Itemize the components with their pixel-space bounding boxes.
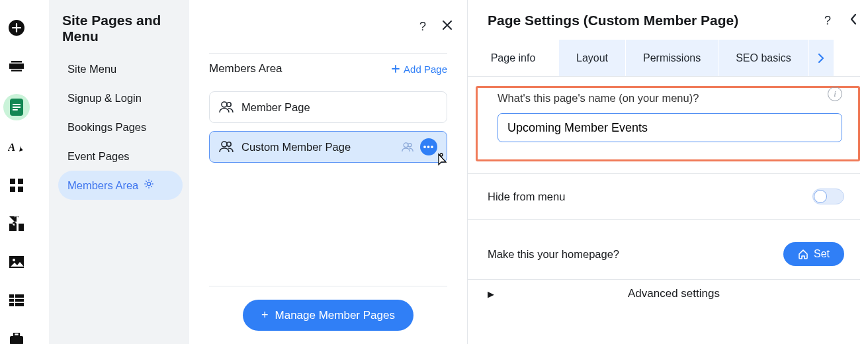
pagelist-heading: Members Area bbox=[209, 62, 282, 75]
tab-seo-basics[interactable]: SEO basics bbox=[718, 40, 809, 76]
settings-panel: Page Settings (Custom Member Page) ? Pag… bbox=[467, 0, 868, 344]
page-actions-button[interactable]: ••• bbox=[420, 138, 437, 155]
sidebar-item-members-area[interactable]: Members Area bbox=[58, 171, 183, 200]
table-icon[interactable] bbox=[7, 291, 26, 310]
help-icon[interactable]: ? bbox=[419, 20, 426, 34]
sidebar-item-label: Site Menu bbox=[67, 63, 116, 75]
business-icon[interactable] bbox=[7, 329, 26, 344]
sidebar-item-label: Signup & Login bbox=[67, 92, 142, 105]
sidebar-item-signup-login[interactable]: Signup & Login bbox=[58, 83, 183, 112]
svg-rect-2 bbox=[11, 61, 22, 63]
page-name-label: What's this page's name (on your menu)? bbox=[498, 92, 699, 105]
gear-icon bbox=[144, 179, 154, 192]
advanced-settings-row[interactable]: ▶ Advanced settings bbox=[468, 278, 860, 310]
homepage-label: Make this your homepage? bbox=[488, 248, 619, 261]
set-button-label: Set bbox=[814, 248, 830, 260]
svg-rect-3 bbox=[11, 70, 22, 72]
members-mini-icon bbox=[402, 142, 413, 152]
sections-icon[interactable] bbox=[7, 57, 26, 75]
settings-tabs: Page info Layout Permissions SEO basics bbox=[468, 40, 860, 77]
sidebar-item-label: Bookings Pages bbox=[67, 121, 146, 134]
add-icon[interactable] bbox=[7, 19, 26, 37]
expand-icon: ▶ bbox=[488, 289, 503, 299]
text-style-icon[interactable]: A bbox=[7, 138, 26, 156]
settings-title: Page Settings (Custom Member Page) bbox=[488, 13, 738, 28]
svg-rect-7 bbox=[10, 187, 15, 192]
tab-page-info[interactable]: Page info bbox=[468, 40, 559, 76]
svg-rect-11 bbox=[9, 294, 24, 306]
sidebar-title: Site Pages and Menu bbox=[62, 13, 189, 44]
sidebar-item-site-menu[interactable]: Site Menu bbox=[58, 54, 183, 83]
close-icon[interactable] bbox=[442, 20, 453, 34]
tab-layout[interactable]: Layout bbox=[559, 40, 626, 76]
sidebar-item-label: Members Area bbox=[67, 179, 138, 192]
pages-icon[interactable] bbox=[3, 94, 30, 120]
left-toolbar: A bbox=[0, 0, 33, 344]
svg-rect-1 bbox=[9, 64, 24, 69]
manage-member-pages-button[interactable]: + Manage Member Pages bbox=[243, 300, 413, 331]
sidebar-item-label: Event Pages bbox=[67, 150, 130, 163]
svg-point-17 bbox=[222, 102, 227, 107]
tab-label: Layout bbox=[576, 52, 608, 64]
page-card-label: Custom Member Page bbox=[241, 141, 351, 153]
svg-point-23 bbox=[440, 153, 443, 156]
set-homepage-button[interactable]: Set bbox=[783, 242, 844, 266]
tab-label: SEO basics bbox=[736, 52, 791, 64]
tab-label: Page info bbox=[491, 52, 536, 64]
add-page-label: Add Page bbox=[404, 64, 447, 75]
pagelist-panel: ? Members Area Add Page Member Page Cust… bbox=[189, 0, 467, 344]
hide-from-menu-label: Hide from menu bbox=[488, 191, 565, 203]
sidebar: Site Pages and Menu Site Menu Signup & L… bbox=[49, 0, 189, 344]
sidebar-item-events[interactable]: Event Pages bbox=[58, 142, 183, 171]
tab-permissions[interactable]: Permissions bbox=[626, 40, 718, 76]
page-card-label: Member Page bbox=[241, 101, 310, 114]
info-icon[interactable]: i bbox=[828, 87, 842, 101]
svg-rect-5 bbox=[10, 179, 15, 184]
svg-rect-8 bbox=[18, 187, 23, 192]
page-name-section: What's this page's name (on your menu)? … bbox=[476, 86, 860, 161]
media-icon[interactable] bbox=[7, 253, 26, 271]
plugins-icon[interactable] bbox=[7, 214, 26, 233]
tab-more[interactable] bbox=[809, 40, 834, 76]
svg-rect-6 bbox=[18, 179, 23, 184]
svg-rect-16 bbox=[14, 333, 19, 336]
svg-point-10 bbox=[13, 259, 15, 261]
advanced-settings-label: Advanced settings bbox=[503, 287, 844, 300]
home-icon bbox=[798, 249, 808, 259]
svg-rect-15 bbox=[10, 336, 23, 344]
sidebar-item-bookings[interactable]: Bookings Pages bbox=[58, 112, 183, 142]
page-name-input[interactable] bbox=[498, 113, 842, 142]
hide-from-menu-row: Hide from menu bbox=[468, 173, 860, 220]
members-icon bbox=[219, 141, 234, 153]
tab-label: Permissions bbox=[643, 52, 701, 64]
page-card-member-page[interactable]: Member Page bbox=[209, 91, 447, 123]
svg-text:A: A bbox=[8, 141, 15, 153]
plus-icon: + bbox=[261, 308, 269, 322]
homepage-row: Make this your homepage? Set bbox=[468, 229, 860, 280]
svg-point-21 bbox=[404, 142, 408, 147]
plus-icon bbox=[392, 65, 400, 73]
svg-point-19 bbox=[222, 142, 227, 147]
chevron-right-icon bbox=[818, 53, 824, 64]
add-page-button[interactable]: Add Page bbox=[392, 64, 447, 75]
manage-button-label: Manage Member Pages bbox=[275, 309, 395, 322]
hide-from-menu-toggle[interactable] bbox=[812, 189, 844, 204]
help-icon[interactable]: ? bbox=[824, 14, 831, 28]
members-icon bbox=[219, 101, 234, 113]
page-card-custom-member-page[interactable]: Custom Member Page ••• bbox=[209, 131, 447, 163]
apps-icon[interactable] bbox=[7, 176, 26, 194]
back-icon[interactable] bbox=[849, 13, 857, 28]
